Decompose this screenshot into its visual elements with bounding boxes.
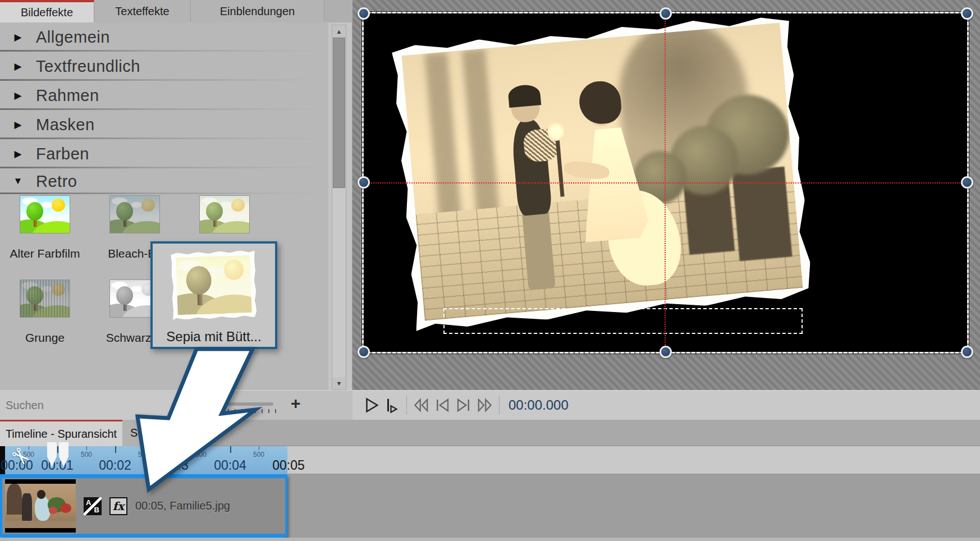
chevron-right-icon: ▶ [0, 61, 36, 72]
bottom-strip [0, 538, 980, 541]
selection-handle-middle-left[interactable] [358, 176, 370, 189]
photo-familie5[interactable] [391, 12, 813, 331]
separator [406, 396, 407, 415]
dragged-effect-thumbnail [171, 250, 257, 320]
preview-canvas [352, 0, 980, 390]
text-ab-icon[interactable]: A B [84, 497, 102, 515]
plus-icon: + [291, 394, 301, 412]
effects-tab-bar: Bildeffekte Texteffekte Einblendungen [0, 0, 352, 22]
effect-alter-farbfilm[interactable] [20, 196, 70, 233]
effect-thumbnail [110, 196, 159, 233]
playback-time: 00:00.000 [509, 397, 569, 413]
effect-label: Grunge [0, 331, 90, 348]
ruler-sub-label: 500 [81, 451, 92, 459]
category-label: Allgemein [36, 28, 110, 47]
chevron-right-icon: ▶ [0, 90, 36, 102]
previous-frame-button[interactable] [432, 395, 453, 415]
chevron-right-icon: ▶ [0, 31, 36, 43]
selection-handle-middle-right[interactable] [961, 176, 973, 189]
selection-handle-bottom-center[interactable] [660, 346, 672, 358]
scrollbar-thumb[interactable] [333, 38, 345, 188]
center-guide-horizontal [364, 182, 967, 184]
slide-object[interactable] [364, 13, 967, 352]
tab-label: Texteffekte [115, 5, 169, 18]
selection-handle-bottom-left[interactable] [358, 346, 370, 358]
category-rahmen[interactable]: ▶ Rahmen [0, 81, 328, 110]
app-window: Bildeffekte Texteffekte Einblendungen ▶ … [0, 0, 980, 541]
zoom-in-button[interactable]: + [291, 395, 301, 412]
effect-thumbnail [20, 280, 70, 317]
arrow-down-icon: ▼ [336, 380, 342, 387]
skip-end-icon [455, 397, 473, 414]
tab-label: Timeline - Spuransicht [6, 428, 117, 441]
effect-faded[interactable] [200, 196, 249, 233]
dragged-effect-label: Sepia mit Bütt... [153, 329, 275, 345]
selection-handle-bottom-right[interactable] [961, 346, 973, 358]
chevron-right-icon: ▶ [0, 119, 36, 131]
tab-timeline-spuransicht[interactable]: Timeline - Spuransicht [0, 420, 122, 446]
category-farben[interactable]: ▶ Farben [0, 139, 328, 168]
separator [499, 396, 500, 415]
category-masken[interactable]: ▶ Masken [0, 110, 328, 139]
category-label: Farben [36, 145, 89, 163]
scroll-down-button[interactable]: ▼ [332, 377, 346, 389]
tab-label: Bildeffekte [21, 6, 73, 19]
clip-thumbnail [5, 479, 76, 533]
selection-handle-top-right[interactable] [961, 7, 973, 20]
fast-forward-button[interactable] [474, 395, 496, 415]
photo-content [402, 22, 803, 320]
ruler-time-label: 00:01 [41, 458, 74, 473]
clip-label: 00:05, Familie5.jpg [135, 499, 230, 512]
scroll-up-button[interactable]: ▲ [332, 25, 346, 38]
dragged-effect-sepia[interactable]: Sepia mit Bütt... [150, 241, 277, 349]
play-from-cursor-icon [384, 397, 401, 414]
drag-arrow [121, 345, 267, 497]
category-label: Rahmen [36, 86, 99, 105]
effect-label: Alter Farbfilm [0, 247, 90, 264]
chevron-down-icon: ▼ [0, 176, 36, 187]
clip-thumbnail-image [5, 484, 76, 528]
play-icon [363, 397, 379, 414]
fast-forward-icon [476, 397, 494, 414]
transport-bar: 00:00.000 [352, 390, 980, 420]
rewind-icon [412, 397, 430, 414]
chevron-right-icon: ▶ [0, 148, 36, 160]
effect-thumbnail [200, 196, 249, 233]
arrow-up-icon: ▲ [336, 28, 342, 35]
category-label: Textfreundlich [36, 57, 140, 76]
tab-einblendungen[interactable]: Einblendungen [191, 0, 324, 22]
effect-bleach-bypass[interactable] [110, 196, 159, 233]
play-from-position-button[interactable] [382, 395, 403, 415]
next-frame-button[interactable] [453, 395, 474, 415]
fx-effects-icon[interactable]: fx [109, 497, 127, 515]
skip-start-icon [433, 397, 451, 414]
category-label: Masken [36, 116, 95, 134]
panel-scrollbar[interactable]: ▲ ▼ [332, 25, 346, 390]
category-label: Retro [36, 172, 77, 191]
ruler-time-label: 00:05 [272, 458, 305, 473]
play-button[interactable] [360, 395, 382, 415]
selection-handle-top-center[interactable] [660, 7, 672, 20]
category-retro[interactable]: ▼ Retro [0, 168, 328, 194]
tab-bildeffekte[interactable]: Bildeffekte [0, 0, 94, 22]
category-allgemein[interactable]: ▶ Allgemein [0, 22, 328, 52]
category-textfreundlich[interactable]: ▶ Textfreundlich [0, 52, 328, 81]
rewind-button[interactable] [410, 395, 432, 415]
effect-thumbnail [20, 196, 70, 233]
tab-texteffekte[interactable]: Texteffekte [94, 0, 191, 22]
effect-grunge[interactable] [20, 280, 70, 317]
tab-label: Einblendungen [220, 5, 295, 18]
text-placeholder-box[interactable] [443, 308, 803, 334]
selection-handle-top-left[interactable] [358, 7, 370, 20]
